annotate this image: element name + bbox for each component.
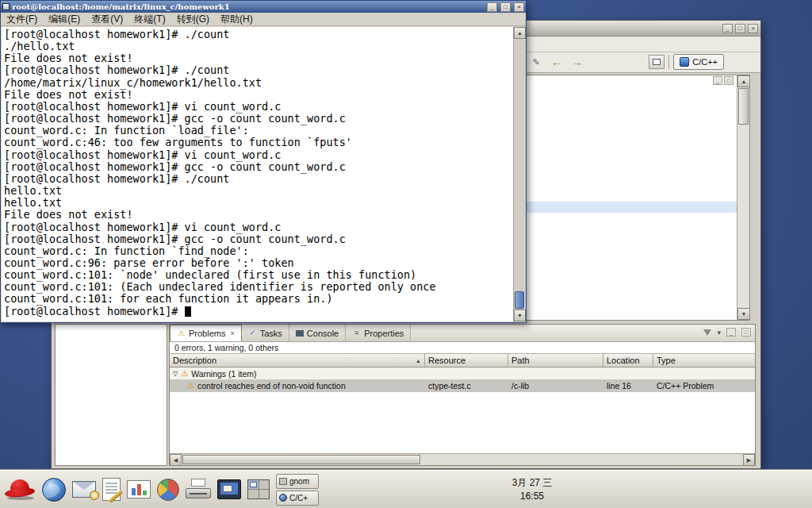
terminal-window: root@localhost:/home/matrix/linux_c/home… <box>0 0 527 323</box>
scrollbar-thumb[interactable] <box>182 455 420 464</box>
workspace-cell[interactable] <box>248 490 259 498</box>
slide-chart-icon <box>127 480 151 498</box>
maximize-button[interactable]: □ <box>735 24 745 33</box>
tab-console[interactable]: Console <box>289 325 346 341</box>
maximize-button[interactable]: □ <box>500 2 511 12</box>
view-minimize-button[interactable]: _ <box>726 328 736 337</box>
column-resource[interactable]: Resource <box>425 354 508 367</box>
terminal-line: [root@localhost homework1]# vi count_wor… <box>4 101 511 113</box>
view-tools: ▾ _ □ <box>703 328 751 337</box>
main-menu-button[interactable] <box>2 473 37 506</box>
maximize-icon: □ <box>504 3 508 10</box>
edit-location-icon: ✎ <box>532 57 539 67</box>
perspective-cpp-button[interactable]: C/C++ <box>673 54 724 70</box>
back-arrow-icon: ← <box>551 56 562 68</box>
scroll-up-button[interactable]: ▲ <box>514 27 526 39</box>
window-label: C/C+ <box>289 494 308 502</box>
terminal-titlebar[interactable]: root@localhost:/home/matrix/linux_c/home… <box>1 1 526 13</box>
terminal-line: count_word.c: In function `load_file': <box>4 125 511 137</box>
close-icon[interactable]: × <box>230 329 234 337</box>
workspace-cell[interactable] <box>259 490 270 498</box>
taskbar-window-eclipse[interactable]: C/C+ <box>276 491 319 506</box>
terminal-text: [root@localhost homework1]# ./count ./he… <box>4 29 511 321</box>
perspective-label: C/C++ <box>692 57 718 67</box>
editor-vertical-scrollbar[interactable]: ▲ ▼ <box>737 75 749 320</box>
column-type[interactable]: Type <box>653 354 755 367</box>
close-button[interactable]: × <box>748 24 758 33</box>
workspace-cell[interactable] <box>259 480 270 489</box>
scroll-up-button[interactable]: ▲ <box>737 75 750 87</box>
window-list: gnom C/C+ <box>276 474 319 506</box>
clock[interactable]: 3月 27 三 16:55 <box>498 476 566 503</box>
menu-item-go[interactable]: 转到(G) <box>171 13 215 26</box>
column-path[interactable]: Path <box>508 354 603 367</box>
minimize-button[interactable]: _ <box>722 24 733 33</box>
horizontal-scrollbar[interactable]: ◀ ▶ <box>170 453 755 465</box>
browser-launcher[interactable] <box>40 473 67 506</box>
description-text: control reaches end of non-void function <box>197 381 346 391</box>
view-menu-button[interactable]: ▾ <box>717 329 721 337</box>
terminal-line: count_word.c:101: for each function it a… <box>4 293 511 305</box>
menu-item-help[interactable]: 帮助(H) <box>215 13 259 26</box>
minimize-icon: _ <box>726 25 729 32</box>
problems-icon: ⚠ <box>177 329 186 338</box>
taskbar-window-terminal[interactable]: gnom <box>276 474 319 489</box>
redhat-menu-icon <box>4 476 36 503</box>
scrollbar-thumb[interactable] <box>738 88 749 125</box>
open-perspective-button[interactable] <box>649 55 665 69</box>
terminal-output[interactable]: [root@localhost homework1]# ./count ./he… <box>2 27 525 321</box>
view-minimize-button[interactable]: _ <box>713 76 722 85</box>
scroll-down-button[interactable]: ▼ <box>737 308 750 320</box>
menu-item-view[interactable]: 查看(V) <box>86 13 128 26</box>
scrollbar-thumb[interactable] <box>515 291 524 309</box>
view-maximize-button[interactable]: □ <box>741 328 751 337</box>
back-button[interactable]: ← <box>548 54 565 70</box>
filter-icon[interactable] <box>703 329 711 336</box>
terminal-prompt-line: [root@localhost homework1]# <box>4 306 511 318</box>
projects-panel[interactable] <box>55 324 167 466</box>
column-location[interactable]: Location <box>603 354 653 367</box>
workspace-cell[interactable] <box>248 480 259 489</box>
column-description[interactable]: Description ▲ <box>170 354 425 367</box>
terminal-line: hello.txt <box>4 197 511 209</box>
scroll-left-button[interactable]: ◀ <box>170 454 182 466</box>
terminal-line: [root@localhost homework1]# ./count <box>4 173 511 185</box>
table-row[interactable]: ⚠ control reaches end of non-void functi… <box>170 379 755 392</box>
maximize-icon: □ <box>738 25 742 32</box>
last-edit-location-button[interactable]: ✎ <box>527 54 545 70</box>
presentation-launcher[interactable] <box>125 473 152 506</box>
forward-button[interactable]: → <box>569 54 586 70</box>
display-settings-launcher[interactable] <box>216 473 243 506</box>
clock-time: 16:55 <box>498 490 566 503</box>
spreadsheet-launcher[interactable] <box>155 473 181 506</box>
scroll-left-icon: ◀ <box>174 457 178 463</box>
separator <box>668 55 669 69</box>
scroll-up-icon: ▲ <box>741 79 747 84</box>
email-launcher[interactable] <box>71 473 98 506</box>
open-perspective-icon <box>653 59 661 65</box>
terminal-scrollbar[interactable]: ▲ ▼ <box>513 27 525 321</box>
print-manager-launcher[interactable] <box>184 473 213 506</box>
expander-icon[interactable]: ▽ <box>173 370 178 377</box>
problems-view: ⚠ Problems × ✓ Tasks Console ≡ Propertie… <box>169 324 756 466</box>
terminal-line: /home/matrix/linux_c/homework1/hello.txt <box>4 77 511 89</box>
warnings-group-row[interactable]: ▽ ⚠ Warnings (1 item) <box>170 368 755 379</box>
terminal-line: [root@localhost homework1]# vi count_wor… <box>4 221 511 233</box>
tasks-icon: ✓ <box>248 329 257 337</box>
menu-item-edit[interactable]: 编辑(E) <box>43 13 86 26</box>
tab-tasks[interactable]: ✓ Tasks <box>242 325 289 341</box>
tab-properties[interactable]: ≡ Properties <box>346 325 411 341</box>
workspace-switcher[interactable] <box>246 473 271 506</box>
minimize-button[interactable]: _ <box>487 2 497 12</box>
printer-icon <box>186 479 211 500</box>
menu-item-terminal[interactable]: 终端(T) <box>128 13 170 26</box>
terminal-line: File does not exist! <box>4 52 511 64</box>
tab-problems[interactable]: ⚠ Problems × <box>170 325 242 341</box>
scroll-right-button[interactable]: ▶ <box>743 454 755 466</box>
menu-item-file[interactable]: 文件(F) <box>1 13 43 26</box>
close-button[interactable]: × <box>514 2 524 12</box>
view-maximize-button[interactable]: □ <box>724 76 733 85</box>
terminal-line: [root@localhost homework1]# ./count <box>4 64 511 76</box>
word-processor-launcher[interactable] <box>101 473 122 506</box>
scroll-down-button[interactable]: ▼ <box>514 310 526 321</box>
